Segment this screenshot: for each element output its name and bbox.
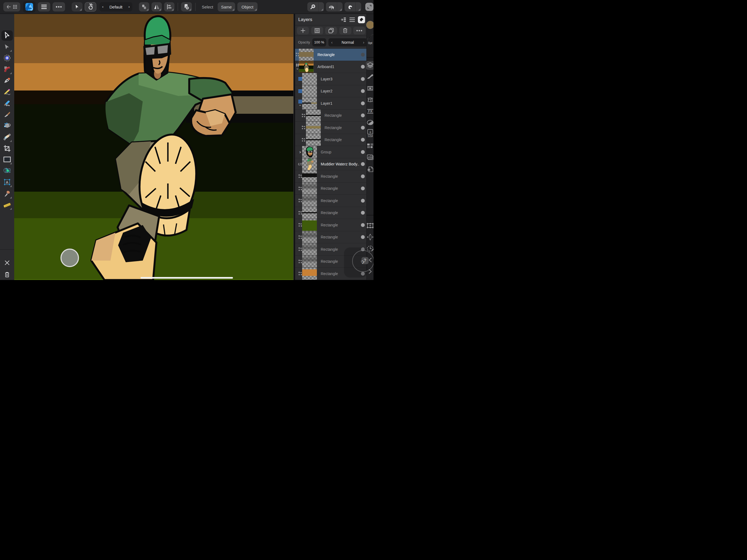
visibility-toggle[interactable] [361,101,365,105]
visibility-toggle[interactable] [361,211,365,215]
crop-tool[interactable] [1,144,13,154]
point-transform-tool[interactable] [1,121,13,131]
select-same-button[interactable]: Same [217,2,235,11]
layer-row-gutter[interactable] [298,268,302,280]
layer-row-gutter[interactable] [298,73,302,85]
layer-row[interactable]: Rectangle [295,122,367,134]
move-tool[interactable] [1,30,13,41]
move-cursor-tool[interactable] [72,2,83,11]
back-grid-button[interactable] [3,2,20,11]
stroke-preview-icon[interactable] [366,32,374,41]
vector-brush-tool[interactable] [1,98,13,109]
document-canvas[interactable] [14,14,293,280]
opacity-value-field[interactable]: 100 % [312,38,326,47]
layer-row-gutter[interactable] [298,195,302,207]
layer-row[interactable]: › Group [295,146,367,158]
layer-row-gutter[interactable] [298,256,302,268]
preset-stepper[interactable]: ‹ Default › [100,2,132,11]
zoom-options[interactable] [318,2,324,11]
layer-row-gutter[interactable] [302,134,305,146]
duplicate-button[interactable] [181,2,192,11]
blend-mode-stepper[interactable]: ‹ Normal › [328,38,367,47]
layer-row[interactable]: Rectangle [295,110,367,122]
add-layer-button[interactable] [297,27,309,34]
align-button[interactable] [164,2,175,11]
layer-row-gutter[interactable] [298,244,302,255]
text-studio-icon[interactable]: a12pt [366,129,374,137]
display-options-button[interactable] [365,3,374,11]
shape-builder-tool[interactable] [1,166,13,177]
zoom-button[interactable] [307,2,324,11]
layer-row[interactable]: Rectangle [295,49,367,61]
more-button[interactable] [52,2,65,11]
menu-button[interactable] [38,2,50,11]
layer-row[interactable]: Rectangle [295,280,367,280]
duplicate-layer-button[interactable] [325,27,337,34]
layer-row-gutter[interactable] [298,183,302,195]
layer-row-gutter[interactable] [298,170,302,182]
layer-row[interactable]: Rectangle [295,195,367,207]
assets-studio-icon[interactable] [366,153,374,161]
visibility-toggle[interactable] [361,138,365,142]
fill-swatch[interactable] [366,21,374,29]
close-button[interactable] [3,259,11,267]
layer-row-gutter[interactable] [298,219,302,231]
layer-row-gutter[interactable]: › [298,146,302,158]
layer-row[interactable]: Rectangle [295,183,367,195]
layer-row[interactable]: Rectangle [295,134,367,146]
visibility-toggle[interactable] [361,113,365,117]
snapping-button[interactable] [344,2,361,11]
transform-studio-icon[interactable] [366,221,374,230]
layer-row[interactable]: Rectangle [295,207,367,219]
flip-button[interactable] [152,2,162,11]
select-object-button[interactable]: Object [237,2,258,11]
visibility-toggle[interactable] [361,53,365,57]
mask-layer-button[interactable] [311,27,323,34]
node-tool[interactable] [1,42,13,52]
layer-options-button[interactable] [353,27,365,34]
layer-row-gutter[interactable] [298,280,302,280]
affinity-designer-logo[interactable] [23,1,35,12]
snapping-options[interactable] [356,2,361,11]
layer-row[interactable]: Muddier Waterz Body.... [295,158,367,171]
insert-target-icon[interactable] [340,16,347,23]
brushes-studio-icon[interactable] [366,73,374,81]
paragraph-studio-icon[interactable] [366,142,374,150]
effects-studio-icon[interactable]: FX [366,107,374,116]
visibility-toggle[interactable] [361,89,365,93]
swatches-studio-icon[interactable] [366,84,374,93]
selection-brush-tool[interactable] [1,53,13,64]
visibility-toggle[interactable] [361,162,365,166]
tap-gesture-tool[interactable] [85,2,96,11]
layer-row-gutter[interactable] [302,122,305,134]
layer-row-gutter[interactable] [298,85,302,97]
colour-studio-icon[interactable] [366,96,374,104]
layer-row[interactable]: Rectangle [295,231,367,244]
layer-row[interactable]: › Layer1 [295,97,367,110]
layer-row[interactable]: Rectangle [295,170,367,183]
home-indicator[interactable] [140,277,233,279]
delete-layer-button[interactable] [339,27,351,34]
arrange-button[interactable] [139,2,149,11]
blend-prev-icon[interactable]: ‹ [328,40,335,45]
text-tool[interactable]: A [1,177,13,188]
visibility-toggle[interactable] [361,186,365,190]
colour-picker-tool[interactable] [1,189,13,199]
pen-tool[interactable] [1,76,13,86]
layer-row-gutter[interactable] [298,207,302,219]
layer-row[interactable]: Layer2 [295,85,367,98]
pin-icon[interactable] [358,16,365,23]
delete-button[interactable] [3,271,11,279]
pencil-tool[interactable] [1,87,13,97]
layer-row-gutter[interactable] [298,158,302,170]
arrange-studio-icon[interactable] [366,233,374,241]
visibility-toggle[interactable] [361,126,365,130]
visibility-toggle[interactable] [361,150,365,154]
corner-tool[interactable] [1,65,13,75]
layer-row[interactable]: › Artboard1 [295,61,367,73]
knife-tool[interactable] [1,110,13,120]
visibility-toggle[interactable] [361,175,365,178]
layers-studio-icon[interactable] [366,61,374,70]
visibility-toggle[interactable] [361,235,365,239]
rotation-button[interactable] [326,2,343,11]
